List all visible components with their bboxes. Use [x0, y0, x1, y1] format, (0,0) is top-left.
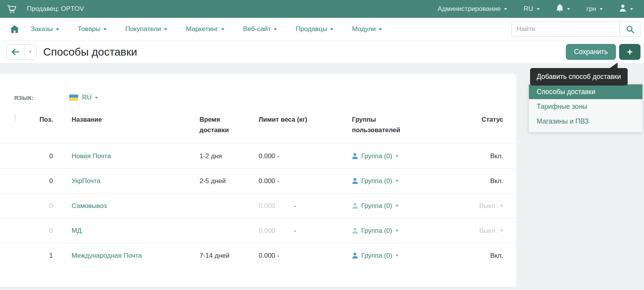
row-delivery-time: 7-14 дней	[181, 252, 240, 260]
row-status-dropdown[interactable]: Вкл.	[490, 152, 503, 160]
user-group-link[interactable]: Группа (0)	[361, 177, 392, 185]
save-button[interactable]: Сохранить	[566, 44, 616, 60]
page-header: Способы доставки Сохранить +	[0, 40, 644, 63]
weight-dash: -	[277, 252, 280, 259]
shipping-method-link[interactable]: Новая Почта	[72, 152, 111, 160]
language-value: RU	[82, 94, 92, 101]
row-position: 0	[30, 152, 53, 160]
row-delivery-time: 2-5 дней	[181, 177, 240, 185]
status-label: Выкл.	[479, 202, 497, 210]
language-selector[interactable]: RU	[82, 94, 98, 101]
row-position: 0	[30, 227, 53, 235]
row-user-group: Группа (0)	[334, 202, 435, 210]
table-row: 0УкрПочта2-5 дней0.000-Группа (0)Вкл.	[0, 168, 516, 193]
shipping-method-link[interactable]: Международная Почта	[72, 252, 142, 259]
nav-item-1[interactable]: Товары	[78, 25, 107, 33]
row-user-group: Группа (0)	[334, 227, 435, 235]
nav-item-label: Модули	[352, 25, 376, 33]
weight-dash: -	[294, 227, 296, 234]
row-status-dropdown[interactable]: Выкл.	[479, 227, 503, 235]
top-admin-bar: Продавец: OPTOV Администрирование RU грн	[0, 0, 644, 18]
shipping-menu-item-1[interactable]: Тарифные зоны	[529, 99, 642, 114]
weight-value: 0.000	[259, 177, 275, 185]
chevron-down-icon	[396, 230, 399, 232]
administration-menu[interactable]: Администрирование	[438, 5, 507, 13]
column-header-name: Название	[53, 114, 181, 125]
back-history-dropdown[interactable]	[24, 45, 36, 59]
column-header-delivery-time: Время доставки	[181, 114, 240, 135]
search-input[interactable]	[512, 22, 620, 36]
language-row: ЯЗЫК: RU	[14, 92, 98, 103]
user-account-menu[interactable]	[619, 4, 633, 14]
column-header-status: Статус	[481, 114, 503, 125]
nav-item-5[interactable]: Продавцы	[296, 25, 333, 33]
nav-item-2[interactable]: Покупатели	[125, 25, 167, 33]
nav-item-3[interactable]: Маркетинг	[186, 25, 224, 33]
home-icon[interactable]	[10, 25, 19, 33]
row-user-group: Группа (0)	[334, 177, 435, 185]
language-label: ЯЗЫК:	[14, 94, 69, 101]
status-label: Вкл.	[490, 252, 503, 260]
shipping-menu-item-0[interactable]: Способы доставки	[529, 84, 642, 99]
shipping-method-link[interactable]: МД	[72, 227, 82, 234]
row-status-dropdown[interactable]: Вкл.	[490, 177, 503, 185]
chevron-down-icon	[396, 205, 399, 207]
table-row: 0Самовывоз0.000-Группа (0)Выкл.	[0, 193, 516, 218]
chevron-down-icon	[379, 28, 382, 30]
shipping-method-link[interactable]: Самовывоз	[72, 202, 107, 210]
weight-value: 0.000	[259, 252, 275, 259]
add-button[interactable]: +	[619, 44, 640, 60]
row-position: 0	[30, 202, 53, 210]
topbar-right: Администрирование RU грн	[438, 4, 633, 14]
chevron-down-icon	[56, 28, 59, 30]
person-icon	[352, 153, 358, 159]
currency-selector[interactable]: грн	[586, 5, 603, 13]
chevron-down-icon	[600, 8, 603, 10]
table-row: 1Международная Почта7-14 дней0.000-Групп…	[0, 243, 516, 268]
person-icon	[352, 253, 358, 259]
weight-value: 0.000	[259, 202, 275, 210]
user-group-link[interactable]: Группа (0)	[361, 252, 392, 260]
nav-item-0[interactable]: Заказы	[31, 25, 59, 33]
column-header-position: Поз.	[30, 114, 53, 125]
user-group-link[interactable]: Группа (0)	[361, 202, 392, 210]
back-button[interactable]	[7, 45, 24, 59]
status-label: Вкл.	[490, 177, 503, 185]
cart-icon[interactable]	[7, 5, 17, 14]
select-all-checkbox[interactable]	[15, 114, 16, 121]
search-button[interactable]	[620, 22, 640, 36]
row-position: 1	[30, 252, 53, 260]
weight-dash: -	[294, 202, 296, 210]
chevron-down-icon	[537, 8, 540, 10]
tooltip-arrow	[609, 63, 618, 68]
person-icon	[352, 203, 358, 209]
shipping-menu-item-2[interactable]: Магазины и ПВЗ	[529, 114, 642, 129]
row-name-cell: Новая Почта	[53, 152, 181, 160]
row-status-dropdown[interactable]: Вкл.	[490, 252, 503, 260]
notifications-menu[interactable]	[556, 4, 570, 14]
chevron-down-icon	[504, 8, 507, 10]
nav-item-label: Веб-сайт	[243, 25, 271, 33]
chevron-down-icon	[396, 155, 399, 157]
nav-item-4[interactable]: Веб-сайт	[243, 25, 277, 33]
chevron-down-icon	[221, 28, 224, 30]
user-group-link[interactable]: Группа (0)	[361, 152, 392, 160]
chevron-down-icon	[95, 97, 98, 99]
row-weight-limit: 0.000-	[240, 177, 334, 185]
shipping-method-link[interactable]: УкрПочта	[72, 177, 100, 185]
nav-item-label: Продавцы	[296, 25, 327, 33]
chevron-down-icon	[500, 230, 503, 232]
nav-item-6[interactable]: Модули	[352, 25, 382, 33]
add-button-tooltip: Добавить способ доставки	[530, 68, 628, 86]
column-header-weight-limit: Лимит веса (кг)	[240, 114, 334, 125]
user-group-link[interactable]: Группа (0)	[361, 227, 392, 235]
main-nav-bar: ЗаказыТоварыПокупателиМаркетингВеб-сайтП…	[0, 18, 644, 40]
row-name-cell: УкрПочта	[53, 177, 181, 185]
admin-language-selector[interactable]: RU	[523, 5, 540, 13]
admin-language-label: RU	[523, 5, 533, 13]
chevron-down-icon	[274, 28, 277, 30]
nav-items: ЗаказыТоварыПокупателиМаркетингВеб-сайтП…	[31, 25, 382, 33]
status-label: Вкл.	[490, 152, 503, 160]
row-weight-limit: 0.000-	[240, 202, 334, 210]
row-status-dropdown[interactable]: Выкл.	[479, 202, 503, 210]
